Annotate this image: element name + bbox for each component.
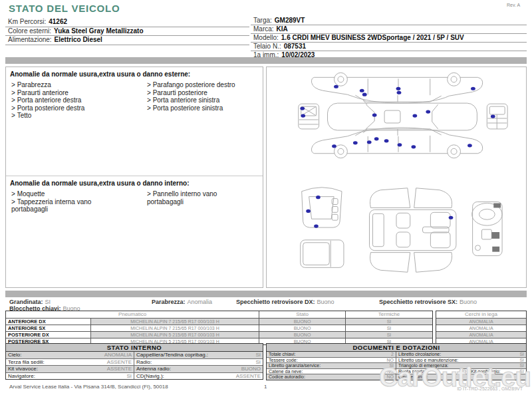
info-cell: Triangolo di emergenza:SI bbox=[396, 363, 526, 368]
tire-position: POSTERIORE DX bbox=[6, 332, 91, 338]
page-title: STATO DEL VEICOLO bbox=[9, 3, 120, 14]
info-label: Libretto circolazione: bbox=[398, 352, 441, 357]
tire-stato: BUONO bbox=[259, 325, 346, 331]
divider-bar bbox=[5, 291, 527, 297]
table-row: Cielo:ANOMALIA Cappelliera/Tendina copri… bbox=[6, 352, 263, 359]
info-label: CD(Navig.): bbox=[136, 373, 164, 380]
table-row: Tessere code:NO Libretto uso e manutenzi… bbox=[267, 358, 526, 364]
tire-spec: MICHELIN ALPIN 5 215/65 R17 000/103 H bbox=[91, 332, 259, 338]
anomaly-item: Porta posteriore destra bbox=[11, 104, 111, 112]
status-label: Parabrezza: bbox=[152, 299, 186, 305]
info-value: ASSENTE bbox=[104, 366, 132, 372]
info-cell: Navigatore:SI bbox=[6, 373, 134, 380]
info-value: NO bbox=[457, 369, 467, 374]
damage-marker bbox=[316, 196, 321, 199]
field-value: GM289VT bbox=[275, 17, 305, 25]
exterior-damage-diagram bbox=[267, 67, 526, 176]
divider-bar bbox=[5, 57, 527, 64]
table-row: Catene da neve:NO Ruota scorta:NO Kit go… bbox=[267, 369, 526, 375]
table-row: Codice autoradio:NO Cavo elettrico: bbox=[267, 374, 526, 380]
field-value: KIA bbox=[277, 25, 288, 33]
field-label: Colore esterni: bbox=[8, 27, 51, 36]
anomaly-item: Pannello interno vano portabagagli bbox=[147, 190, 253, 205]
info-value bbox=[521, 374, 524, 380]
info-cell: Tessere code:NO bbox=[267, 358, 396, 363]
field-label: Alimentazione: bbox=[8, 36, 52, 45]
damage-marker bbox=[362, 93, 367, 96]
info-label: Radio: bbox=[136, 359, 152, 366]
tires-table: Pneumatico Stato Termiche ANTERIORE DX M… bbox=[5, 311, 433, 345]
table-row: Libretto garanzia/service:SI Triangolo d… bbox=[267, 363, 526, 369]
info-label: Libretto uso e manutenzione: bbox=[398, 358, 458, 363]
damage-marker bbox=[397, 91, 402, 94]
info-value: ASSENTE bbox=[104, 359, 132, 366]
interior-damage-markers bbox=[306, 196, 453, 228]
status-specchietto-dx: Specchietto retrovisore DX:Buono bbox=[236, 299, 334, 305]
damage-marker bbox=[306, 209, 311, 213]
info-value: SI bbox=[517, 363, 524, 368]
damage-marker bbox=[384, 139, 389, 142]
field-value: 1.6 CRDI MHEV BUSINESS 2WDSportage / 202… bbox=[281, 34, 464, 42]
anomaly-item: Porta anteriore destra bbox=[11, 96, 111, 104]
damage-marker bbox=[467, 144, 472, 147]
stato-interno-title: STATO INTERNO bbox=[6, 344, 263, 352]
damage-marker bbox=[491, 114, 495, 118]
damage-marker bbox=[332, 144, 336, 148]
info-label: Kit vivavoce: bbox=[8, 366, 38, 372]
info-cell: Cappelliera/Tendina copribag.:SI bbox=[134, 352, 263, 358]
dashboard-view bbox=[472, 202, 502, 256]
trunk-closed-view bbox=[301, 240, 344, 268]
status-value: SI bbox=[45, 299, 51, 305]
car-side-view-left bbox=[311, 128, 482, 158]
cerchi-table-header: Cerchi in lega bbox=[436, 311, 526, 319]
info-cell: Catene da neve:NO bbox=[267, 369, 396, 374]
car-top-view bbox=[328, 100, 477, 133]
info-cell: Libretto uso e manutenzione:SI bbox=[396, 358, 526, 363]
vehicle-summary-right: Targa: GM289VT Marca: KIA Modello: 1.6 C… bbox=[251, 17, 527, 60]
info-value: NO bbox=[384, 374, 394, 380]
status-grandinata: Grandinata:SI bbox=[9, 299, 51, 305]
status-parabrezza: Parabrezza:Anomalia bbox=[152, 299, 212, 305]
vehicle-summary-left: Km Percorsi: 41262 Colore esterni: Yuka … bbox=[5, 18, 249, 45]
tire-termiche: SI bbox=[346, 319, 432, 325]
table-row: Navigatore:SI CD(Navig.):ASSENTE bbox=[6, 373, 263, 380]
info-label: Cappelliera/Tendina copribag.: bbox=[136, 352, 208, 358]
info-value: NO bbox=[384, 369, 394, 374]
anomaly-item: Tetto bbox=[11, 112, 111, 120]
footer-page-number: 1 bbox=[264, 384, 267, 390]
damage-marker bbox=[411, 145, 416, 148]
info-label: Libretto garanzia/service: bbox=[269, 363, 321, 368]
tire-position: ANTERIORE SX bbox=[6, 325, 91, 331]
anomaly-item: Paraurti posteriore bbox=[147, 89, 253, 97]
info-value: ASSENTE bbox=[233, 373, 261, 380]
interior-damage-diagram bbox=[267, 177, 526, 287]
cerchi-value: ANOMALIA bbox=[436, 319, 526, 325]
info-value: NO bbox=[384, 358, 394, 363]
field-telaio: Telaio N.: 087531 bbox=[251, 43, 527, 51]
internal-anomalies-list: Moquette Tappezzeria interna vano portab… bbox=[10, 190, 259, 213]
info-cell: Cielo:ANOMALIA bbox=[6, 352, 134, 358]
status-specchietto-sx: Specchietto retrovisore SX:Buono bbox=[379, 299, 477, 305]
info-cell: CD(Navig.):ASSENTE bbox=[134, 373, 263, 380]
status-label: Specchietto retrovisore SX: bbox=[379, 299, 458, 305]
tire-stato: BUONO bbox=[259, 319, 346, 325]
status-value: Buono bbox=[460, 299, 477, 305]
table-row: Terza fila sedili:ASSENTE Radio:SI bbox=[6, 359, 263, 366]
info-cell: Antenna radio:BUONO bbox=[134, 366, 263, 372]
field-label: Km Percorsi: bbox=[8, 18, 46, 27]
info-value: SI bbox=[124, 373, 132, 380]
column-header-cerchi: Cerchi in lega bbox=[436, 311, 526, 318]
field-value: Elettrico Diesel bbox=[55, 36, 102, 45]
column-header-pneumatico: Pneumatico bbox=[6, 311, 259, 318]
damage-marker bbox=[374, 137, 379, 140]
damage-marker bbox=[353, 141, 358, 144]
external-anomalies-list: Parabrezza Paraurti anteriore Porta ante… bbox=[10, 81, 259, 120]
info-label: Antenna radio: bbox=[136, 366, 171, 372]
tire-spec: MICHELIN ALPIN 7 215/65 R17 000/103 H bbox=[91, 319, 259, 325]
info-cell: Ruota scorta:NO bbox=[396, 369, 469, 374]
info-cell: Totale chiavi:2 bbox=[267, 352, 396, 357]
diagram-panel bbox=[266, 66, 527, 288]
info-cell: Cavo elettrico: bbox=[396, 374, 526, 380]
cerchi-value: ANOMALIA bbox=[436, 325, 526, 331]
anomaly-item: Porta anteriore sinistra bbox=[147, 96, 253, 104]
